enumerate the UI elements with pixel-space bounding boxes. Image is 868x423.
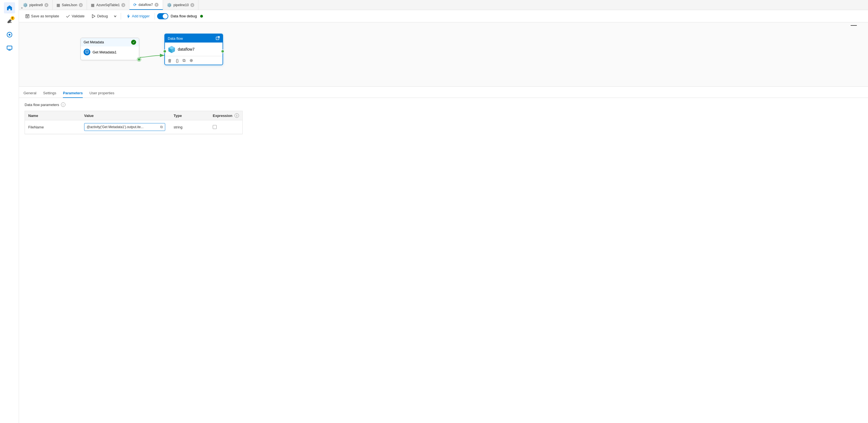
get-metadata-right-port <box>137 58 141 61</box>
node-get-metadata-header: Get Metadata ✓ <box>81 38 139 47</box>
chevron-down-icon <box>114 15 117 18</box>
svg-point-2 <box>8 34 10 36</box>
node-dataflow-footer: 🗑 {} ⧉ ⊕ <box>165 56 222 65</box>
tab-pipeline9-label: pipeline9 <box>29 3 43 7</box>
value-input-field[interactable]: @activity('Get Metadata1').output.ite...… <box>84 123 165 131</box>
add-trigger-label: Add trigger <box>132 14 150 18</box>
salesjson-icon: ▦ <box>57 3 60 7</box>
node-dataflow-title: Data flow <box>168 36 183 40</box>
col-type-header: Type <box>170 111 209 120</box>
cell-filename-type: string <box>170 120 209 134</box>
node-dataflow-name: dataflow7 <box>178 47 194 52</box>
validate-icon <box>66 14 70 19</box>
col-value-header: Value <box>81 111 170 120</box>
node-dataflow[interactable]: Data flow dataflow7 🗑 {} <box>164 34 223 65</box>
tab-general-label: General <box>24 91 36 95</box>
bottom-panel: General Settings Parameters User propert… <box>19 87 434 212</box>
sidebar: 7 <box>0 0 19 212</box>
cell-filename-expression[interactable] <box>209 120 243 134</box>
metadata-info-icon: ⓘ <box>84 49 90 55</box>
tab-settings-label: Settings <box>43 91 56 95</box>
tab-pipeline9-close[interactable]: ● <box>44 3 49 7</box>
toolbar-divider2 <box>155 13 155 20</box>
debug-label: Debug <box>97 14 107 18</box>
save-template-label: Save as template <box>31 14 59 18</box>
debug-icon <box>91 14 96 19</box>
debug-dropdown-button[interactable] <box>112 13 119 19</box>
tab-salesjson-label: SalesJson <box>62 3 77 7</box>
validate-button[interactable]: Validate <box>63 12 87 20</box>
node-get-metadata[interactable]: Get Metadata ✓ ⓘ Get Metadata1 <box>81 38 139 60</box>
tab-general[interactable]: General <box>24 89 36 98</box>
tab-salesjson[interactable]: ▦ SalesJson ● <box>53 0 87 10</box>
col-name-header: Name <box>25 111 81 120</box>
azuresql-icon: ▦ <box>91 3 94 7</box>
toggle-switch-control[interactable] <box>157 13 168 19</box>
debug-button[interactable]: Debug <box>88 12 111 20</box>
tab-dataflow7-close[interactable]: ● <box>155 3 158 7</box>
params-table-header: Name Value Type Expression i <box>25 111 242 120</box>
panel-parameters-content: Data flow parameters i Name Value Type <box>19 98 434 139</box>
pipeline10-icon: ⚙️ <box>167 3 172 7</box>
sidebar-collapse-btn[interactable]: » <box>19 2 25 13</box>
expression-checkbox[interactable] <box>213 125 217 129</box>
save-as-template-button[interactable]: Save as template <box>22 12 62 20</box>
value-input-text: @activity('Get Metadata1').output.ite... <box>87 125 159 129</box>
save-template-icon <box>25 14 30 19</box>
svg-rect-4 <box>8 50 11 51</box>
main-content: ⚙️ pipeline9 ● ▦ SalesJson ● ▦ AzureSqlT… <box>19 0 434 212</box>
toolbar: Save as template Validate Debug Add trig… <box>19 10 434 22</box>
tab-pipeline10-close[interactable]: ● <box>190 3 194 7</box>
svg-rect-5 <box>26 15 29 18</box>
col-expression-header: Expression i <box>209 111 243 120</box>
section-info-icon: i <box>61 103 65 107</box>
validate-label: Validate <box>71 14 85 18</box>
table-row: FileName @activity('Get Metadata1').outp… <box>25 120 242 134</box>
tab-pipeline10[interactable]: ⚙️ pipeline10 ● <box>163 0 198 10</box>
tab-dataflow7-label: dataflow7 <box>138 3 153 7</box>
add-trigger-button[interactable]: Add trigger <box>123 12 153 20</box>
data-flow-params-label: Data flow parameters i <box>25 103 434 107</box>
dataflow-code-btn[interactable]: {} <box>176 58 179 63</box>
node-dataflow-body: dataflow7 <box>165 43 222 56</box>
dataflow-delete-btn[interactable]: 🗑 <box>168 58 172 63</box>
tab-azuresql-close[interactable]: ● <box>121 3 125 7</box>
tab-bar: ⚙️ pipeline9 ● ▦ SalesJson ● ▦ AzureSqlT… <box>19 0 434 10</box>
dataflow-clone-btn[interactable]: ⧉ <box>183 58 186 63</box>
tab-dataflow7[interactable]: ⟳ dataflow7 ● <box>129 0 163 10</box>
tab-user-properties-label: User properties <box>89 91 114 95</box>
data-flow-debug-label: Data flow debug <box>170 14 197 18</box>
sidebar-item-edit[interactable]: 7 <box>4 16 15 27</box>
tab-azuresql[interactable]: ▦ AzureSqlTable1 ● <box>87 0 129 10</box>
sidebar-item-home[interactable] <box>4 2 15 13</box>
tab-parameters-label: Parameters <box>63 91 83 95</box>
tab-pipeline10-label: pipeline10 <box>173 3 189 7</box>
tab-salesjson-close[interactable]: ● <box>79 3 83 7</box>
tab-user-properties[interactable]: User properties <box>89 89 114 98</box>
dataflow-cube-icon <box>168 45 176 53</box>
tab-settings[interactable]: Settings <box>43 89 56 98</box>
expression-info-icon: i <box>235 113 239 118</box>
node-dataflow-header: Data flow <box>165 34 222 43</box>
dataflow-left-port <box>163 50 166 53</box>
external-link-icon[interactable] <box>215 36 220 40</box>
tab-azuresql-label: AzureSqlTable1 <box>96 3 120 7</box>
dataflow7-icon: ⟳ <box>133 2 137 7</box>
panel-tab-bar: General Settings Parameters User propert… <box>19 87 434 98</box>
dataflow-right-port <box>221 50 224 53</box>
svg-marker-6 <box>92 15 95 18</box>
toggle-knob <box>163 14 168 19</box>
cell-filename-value[interactable]: @activity('Get Metadata1').output.ite...… <box>81 120 170 134</box>
svg-line-9 <box>217 36 219 38</box>
node-get-metadata-name: Get Metadata1 <box>93 50 117 54</box>
node-success-check: ✓ <box>131 40 136 45</box>
sidebar-item-manage[interactable] <box>4 43 15 54</box>
sidebar-item-monitor[interactable] <box>4 29 15 40</box>
data-flow-debug-toggle[interactable]: Data flow debug <box>157 13 203 19</box>
tab-parameters[interactable]: Parameters <box>63 89 83 98</box>
cell-filename-name: FileName <box>25 120 81 134</box>
pipeline-canvas[interactable]: Get Metadata ✓ ⓘ Get Metadata1 Data flow <box>19 22 434 87</box>
value-input-expression-icon[interactable]: ⧉ <box>160 125 163 129</box>
node-get-metadata-title: Get Metadata <box>84 40 104 44</box>
dataflow-connect-btn[interactable]: ⊕ <box>189 58 193 63</box>
